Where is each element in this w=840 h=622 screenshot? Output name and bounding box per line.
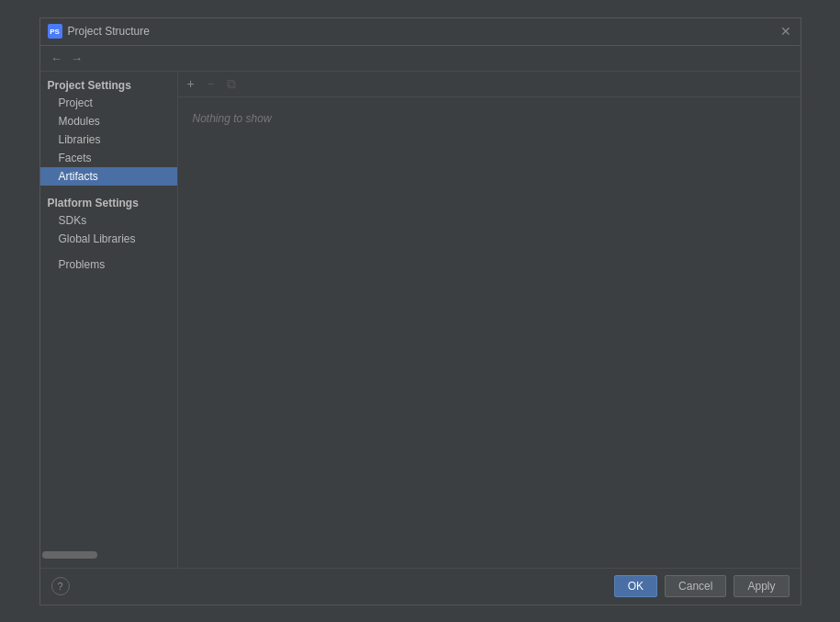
sidebar-item-problems[interactable]: Problems <box>40 255 177 274</box>
dialog-icon: PS <box>48 24 62 39</box>
main-content: Project Settings Project Modules Librari… <box>40 72 801 568</box>
add-artifact-button[interactable]: + <box>182 74 200 93</box>
sidebar-item-artifacts[interactable]: Artifacts <box>40 167 177 186</box>
cancel-button[interactable]: Cancel <box>665 575 726 597</box>
project-settings-header: Project Settings <box>40 75 177 94</box>
sidebar-divider-2 <box>40 248 177 255</box>
nav-toolbar: ← → <box>40 46 801 72</box>
content-main: Nothing to show <box>178 97 801 568</box>
help-button[interactable]: ? <box>51 577 70 595</box>
nothing-to-show-label: Nothing to show <box>193 112 272 125</box>
sidebar-divider <box>40 186 177 193</box>
content-toolbar: + − ⧉ <box>178 72 801 97</box>
apply-button[interactable]: Apply <box>734 575 789 597</box>
content-area: + − ⧉ Nothing to show <box>178 72 801 568</box>
sidebar-item-libraries[interactable]: Libraries <box>40 130 177 149</box>
forward-button[interactable]: → <box>68 49 86 67</box>
sidebar-item-global-libraries[interactable]: Global Libraries <box>40 230 177 248</box>
project-structure-dialog: PS Project Structure ✕ ← → Project Setti… <box>39 17 801 605</box>
sidebar-item-project[interactable]: Project <box>40 94 177 112</box>
platform-settings-header: Platform Settings <box>40 193 177 211</box>
bottom-bar: ? OK Cancel Apply <box>40 568 801 605</box>
sidebar-item-facets[interactable]: Facets <box>40 149 177 167</box>
bottom-left: ? <box>51 577 607 595</box>
sidebar-item-sdks[interactable]: SDKs <box>40 211 177 230</box>
close-button[interactable]: ✕ <box>778 24 793 39</box>
title-bar: PS Project Structure ✕ <box>40 18 801 46</box>
dialog-title: Project Structure <box>68 25 773 38</box>
sidebar: Project Settings Project Modules Librari… <box>40 72 178 568</box>
ok-button[interactable]: OK <box>614 575 657 597</box>
sidebar-scrollbar[interactable] <box>42 551 175 559</box>
remove-artifact-button: − <box>202 74 220 93</box>
back-button[interactable]: ← <box>48 49 66 67</box>
sidebar-item-modules[interactable]: Modules <box>40 112 177 130</box>
copy-artifact-button: ⧉ <box>222 74 241 93</box>
